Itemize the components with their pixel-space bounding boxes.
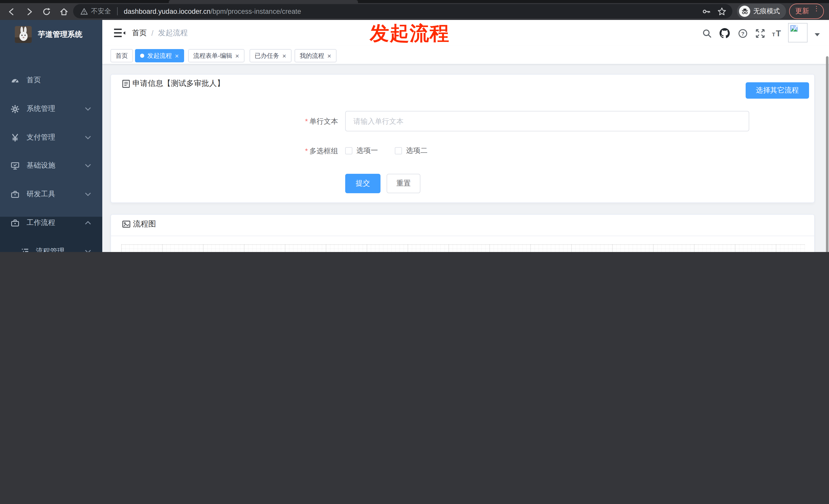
choose-other-process-button[interactable]: 选择其它流程: [746, 82, 809, 99]
sidebar-item-workflow[interactable]: 工作流程: [0, 209, 102, 237]
sidebar-item-label: 基础设施: [27, 161, 55, 170]
browser-tabstrip: [0, 0, 829, 3]
tab-label: 流程表单-编辑: [193, 51, 232, 60]
gear-icon: [10, 104, 20, 114]
tag-tabs-bar: 首页 发起流程 流程表单-编辑 已办任务 我的流程: [102, 46, 829, 65]
tab-label: 已办任务: [255, 51, 279, 60]
browser-menu-icon[interactable]: ⋮: [813, 6, 820, 16]
not-secure-icon: [80, 7, 88, 15]
breadcrumb-current: 发起流程: [158, 28, 188, 38]
github-icon[interactable]: [718, 27, 731, 39]
breadcrumb-separator: /: [151, 29, 153, 37]
tab-done-tasks[interactable]: 已办任务: [250, 49, 291, 62]
tab-process-form-edit[interactable]: 流程表单-编辑: [188, 49, 244, 62]
field-label-checkbox-group: *多选框组: [266, 147, 338, 156]
breadcrumb: 首页 / 发起流程: [132, 28, 188, 38]
search-icon[interactable]: [700, 27, 713, 39]
security-label[interactable]: 不安全: [91, 7, 111, 16]
checkbox-option-2[interactable]: 选项二: [395, 146, 428, 155]
sidebar-item-label: 首页: [27, 76, 41, 85]
submit-button[interactable]: 提交: [345, 174, 381, 193]
chevron-up-icon: [85, 221, 91, 225]
checkbox-icon[interactable]: [345, 147, 352, 154]
page-scrollbar[interactable]: [826, 56, 828, 252]
toolbox-icon: [10, 190, 20, 199]
sidebar-item-dev-tools[interactable]: 研发工具: [0, 181, 102, 208]
apply-info-card: 申请信息【测试多审批人】 选择其它流程 *单行文本 *多选框组 选项一 选项二 …: [110, 74, 815, 203]
app-header: 首页 / 发起流程 ? TT: [102, 20, 829, 46]
process-diagram-card: 流程图: [110, 214, 815, 252]
active-dot-icon: [140, 54, 144, 58]
chevron-down-icon: [85, 163, 91, 168]
tab-label: 发起流程: [147, 51, 172, 60]
sidebar-item-label: 研发工具: [27, 190, 55, 199]
sidebar-item-label: 工作流程: [27, 218, 55, 228]
url-text[interactable]: dashboard.yudao.iocoder.cn/bpm/process-i…: [124, 7, 301, 15]
monitor-icon: [10, 161, 20, 170]
breadcrumb-home[interactable]: 首页: [132, 28, 147, 38]
svg-text:T: T: [776, 29, 781, 38]
checkbox-label: 选项一: [356, 146, 378, 155]
sidebar-item-payment[interactable]: 支付管理: [0, 124, 102, 151]
sidebar-item-infrastructure[interactable]: 基础设施: [0, 152, 102, 180]
chevron-down-icon: [85, 107, 91, 111]
browser-active-tab[interactable]: [169, 0, 358, 3]
omnibox-divider: [117, 7, 118, 15]
fullscreen-icon[interactable]: [753, 27, 767, 39]
chevron-down-icon: [85, 249, 91, 252]
back-icon[interactable]: [4, 5, 20, 18]
card-header: 流程图: [122, 219, 156, 229]
picture-icon: [122, 220, 131, 228]
checkbox-icon[interactable]: [395, 147, 402, 154]
font-size-icon[interactable]: TT: [770, 27, 784, 39]
tab-label: 我的流程: [300, 51, 324, 60]
app-title: 芋道管理系统: [38, 29, 82, 39]
update-label[interactable]: 更新: [795, 7, 809, 16]
sidebar-item-label: 支付管理: [27, 133, 55, 142]
refresh-icon[interactable]: [39, 5, 54, 18]
tab-start-process[interactable]: 发起流程: [135, 49, 184, 62]
checkbox-option-1[interactable]: 选项一: [345, 146, 378, 155]
tab-home[interactable]: 首页: [110, 49, 133, 62]
sidebar-item-home[interactable]: 首页: [0, 67, 102, 94]
bpmn-canvas[interactable]: 1.1 1.2: [121, 244, 805, 252]
sidebar-item-system[interactable]: 系统管理: [0, 95, 102, 123]
single-line-text-input[interactable]: [345, 111, 749, 131]
checkbox-label: 选项二: [406, 146, 428, 155]
help-icon[interactable]: ?: [736, 27, 749, 39]
app-logo-avatar: [15, 26, 32, 43]
chevron-down-icon: [85, 192, 91, 196]
card-header: 申请信息【测试多审批人】: [122, 79, 224, 88]
sidebar-item-process-management[interactable]: 流程管理: [0, 239, 102, 252]
collapse-menu-icon[interactable]: [113, 28, 126, 38]
bookmark-star-icon[interactable]: [714, 7, 729, 15]
annotation-title: 发起流程: [370, 21, 449, 46]
close-icon[interactable]: [175, 52, 179, 60]
chevron-down-icon: [85, 135, 91, 140]
close-icon[interactable]: [282, 52, 286, 60]
document-icon: [122, 79, 130, 88]
yen-icon: [10, 133, 20, 142]
field-label-single-line: *单行文本: [266, 117, 338, 126]
close-icon[interactable]: [235, 52, 239, 60]
tree-list-icon: [21, 247, 30, 252]
forward-icon[interactable]: [22, 5, 37, 18]
tab-my-process[interactable]: 我的流程: [295, 49, 336, 62]
required-mark: *: [305, 117, 308, 125]
close-icon[interactable]: [327, 52, 331, 60]
browser-update-button[interactable]: 更新 ⋮: [789, 4, 824, 19]
reset-button[interactable]: 重置: [387, 174, 420, 193]
home-icon[interactable]: [56, 5, 72, 18]
url-bar[interactable]: 不安全 dashboard.yudao.iocoder.cn/bpm/proce…: [73, 4, 732, 18]
avatar-caret-icon[interactable]: [815, 33, 820, 36]
avatar[interactable]: [788, 23, 807, 42]
sidebar-logo-row[interactable]: 芋道管理系统: [0, 20, 102, 48]
broken-image-icon: [790, 25, 798, 32]
incognito-badge: 无痕模式: [737, 4, 786, 19]
sidebar: 芋道管理系统 首页 系统管理 支付管理: [0, 20, 102, 252]
password-key-icon[interactable]: [698, 7, 714, 15]
incognito-icon: [739, 6, 750, 17]
briefcase-icon: [10, 218, 20, 228]
screen: 不安全 dashboard.yudao.iocoder.cn/bpm/proce…: [0, 0, 829, 252]
dashboard-icon: [10, 76, 20, 85]
